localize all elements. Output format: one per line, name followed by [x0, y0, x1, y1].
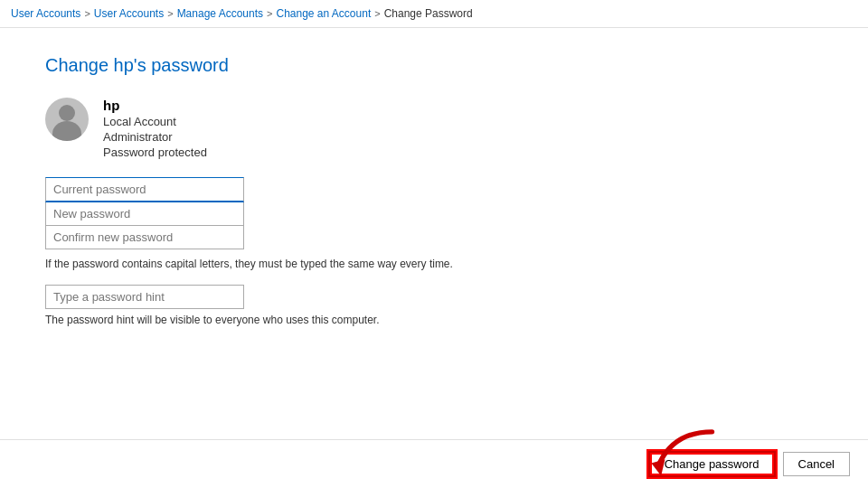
password-hint-input[interactable] — [45, 285, 244, 309]
breadcrumb-separator-3: > — [267, 8, 272, 19]
hint-note: The password hint will be visible to eve… — [45, 313, 542, 328]
avatar-head — [59, 105, 75, 121]
user-status: Password protected — [103, 145, 207, 159]
breadcrumb-item-user-accounts-2[interactable]: User Accounts — [94, 7, 164, 20]
breadcrumb-separator-1: > — [84, 8, 90, 19]
breadcrumb-separator-2: > — [167, 8, 173, 19]
main-content: Change hp's password hp Local Account Ad… — [0, 28, 868, 346]
bottom-bar: Change password Cancel — [0, 439, 868, 488]
avatar-body — [52, 121, 81, 141]
user-info-section: hp Local Account Administrator Password … — [45, 98, 823, 159]
breadcrumb-item-manage-accounts[interactable]: Manage Accounts — [177, 7, 263, 20]
page-title: Change hp's password — [45, 55, 823, 76]
current-password-input[interactable] — [45, 177, 244, 202]
change-password-button[interactable]: Change password — [648, 451, 776, 477]
new-password-input[interactable] — [45, 202, 244, 226]
cancel-button[interactable]: Cancel — [783, 452, 850, 476]
breadcrumb-item-user-accounts-1[interactable]: User Accounts — [11, 7, 80, 20]
capital-letters-hint: If the password contains capital letters… — [45, 257, 542, 272]
avatar — [45, 98, 89, 141]
breadcrumb-separator-4: > — [374, 8, 380, 19]
confirm-password-input[interactable] — [45, 226, 244, 249]
breadcrumb-item-change-password: Change Password — [384, 7, 473, 20]
user-details: hp Local Account Administrator Password … — [103, 98, 207, 159]
user-type: Administrator — [103, 130, 207, 144]
breadcrumb: User Accounts > User Accounts > Manage A… — [0, 0, 868, 28]
password-form — [45, 177, 823, 249]
breadcrumb-item-change-account[interactable]: Change an Account — [276, 7, 371, 20]
user-role: Local Account — [103, 115, 207, 128]
user-name: hp — [103, 98, 207, 113]
